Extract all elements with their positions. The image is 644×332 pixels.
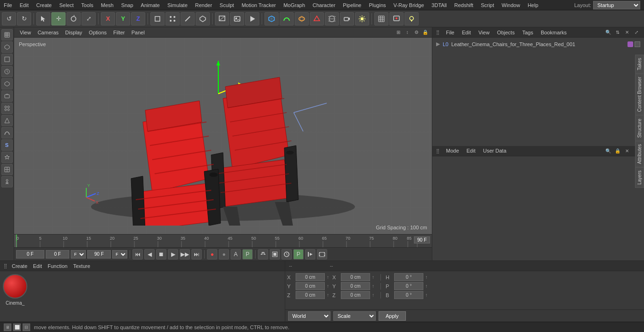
- menu-plugins[interactable]: Plugins: [365, 1, 389, 9]
- mat-menu-function[interactable]: Function: [45, 263, 70, 269]
- mat-menu-create[interactable]: Create: [9, 263, 30, 269]
- anim-current-frame[interactable]: [46, 250, 69, 259]
- anim-stop-btn[interactable]: ⏹: [156, 249, 166, 259]
- attr-menu-userdata[interactable]: User Data: [480, 147, 510, 154]
- anim-last-btn[interactable]: ⏭: [191, 249, 202, 259]
- menu-animate[interactable]: Animate: [137, 1, 164, 9]
- coords-y-stepper[interactable]: ↑: [327, 283, 330, 289]
- menu-mesh[interactable]: Mesh: [97, 1, 117, 9]
- menu-3dtall[interactable]: 3DTAll: [428, 1, 450, 9]
- cube-button[interactable]: [264, 12, 279, 25]
- layout-dropdown[interactable]: Startup: [593, 1, 640, 9]
- object-visibility-toggle[interactable]: [635, 41, 640, 47]
- apply-button[interactable]: Apply: [379, 311, 406, 321]
- light-button[interactable]: [355, 12, 369, 25]
- attr-menu-mode[interactable]: Mode: [443, 147, 462, 154]
- sidebar-btn-star[interactable]: [1, 152, 13, 163]
- coords-p-val[interactable]: [394, 282, 423, 290]
- attr-close-btn[interactable]: ✕: [623, 147, 631, 154]
- y-axis-button[interactable]: Y: [116, 12, 130, 25]
- object-item-1[interactable]: ▶ L0 Leather_Cinema_Chairs_for_Three_Pla…: [434, 40, 642, 49]
- sidebar-btn-5[interactable]: [1, 78, 13, 89]
- coords-y2-pos[interactable]: [341, 282, 370, 290]
- objects-close-btn[interactable]: ✕: [623, 29, 631, 36]
- sidebar-btn-triangle[interactable]: [1, 115, 13, 126]
- anim-prev-btn[interactable]: ◀: [144, 249, 155, 259]
- render-button[interactable]: [245, 12, 259, 25]
- coords-b-val[interactable]: [394, 291, 423, 299]
- polygon-mode-button[interactable]: [196, 12, 210, 25]
- anim-tool4-btn[interactable]: P: [293, 249, 304, 259]
- menu-pipeline[interactable]: Pipeline: [339, 1, 365, 9]
- coords-z-stepper[interactable]: ↑: [327, 292, 330, 298]
- coords-y-pos[interactable]: [296, 282, 325, 290]
- side-tab-content-browser[interactable]: Content Browser: [635, 73, 644, 115]
- menu-sculpt[interactable]: Sculpt: [216, 1, 238, 9]
- objects-menu-view[interactable]: View: [476, 29, 493, 36]
- anim-preview-btn[interactable]: P: [242, 249, 253, 259]
- environment-button[interactable]: [325, 12, 339, 25]
- menu-window[interactable]: Window: [498, 1, 524, 9]
- sidebar-btn-1[interactable]: [1, 29, 13, 40]
- menu-motion-tracker[interactable]: Motion Tracker: [238, 1, 280, 9]
- menu-mograph[interactable]: MoGraph: [280, 1, 309, 9]
- anim-fps-select2[interactable]: F: [112, 250, 127, 259]
- grid-button[interactable]: [374, 12, 388, 25]
- menu-script[interactable]: Script: [477, 1, 498, 9]
- sidebar-btn-grid2[interactable]: [1, 164, 13, 175]
- menu-render[interactable]: Render: [191, 1, 216, 9]
- anim-record-btn[interactable]: ●: [207, 249, 217, 259]
- coords-h-val[interactable]: [394, 273, 423, 281]
- coords-h-stepper[interactable]: ↑: [425, 275, 429, 280]
- anim-record2-btn[interactable]: ●: [219, 249, 229, 259]
- 3d-viewport[interactable]: Perspective: [14, 38, 432, 234]
- anim-tool1-btn[interactable]: [258, 249, 268, 259]
- sidebar-btn-4[interactable]: [1, 66, 13, 77]
- deformer-button[interactable]: [310, 12, 324, 25]
- viewport-record-button[interactable]: [389, 12, 404, 25]
- light-enable-button[interactable]: [405, 12, 419, 25]
- objects-menu-tags[interactable]: Tags: [520, 29, 536, 36]
- mat-menu-texture[interactable]: Texture: [70, 263, 93, 269]
- coords-z2-stepper[interactable]: ↑: [372, 292, 376, 298]
- anim-film-btn[interactable]: [317, 249, 327, 259]
- menu-file[interactable]: File: [0, 1, 16, 9]
- world-dropdown[interactable]: World: [288, 311, 330, 321]
- vp-icon-expand[interactable]: ⊞: [395, 29, 402, 36]
- anim-first-btn[interactable]: ⏮: [132, 249, 143, 259]
- vp-menu-options[interactable]: Options: [86, 29, 109, 36]
- sidebar-btn-anchor[interactable]: [1, 176, 13, 187]
- nurbs-button[interactable]: [295, 12, 309, 25]
- vp-menu-filter[interactable]: Filter: [110, 29, 127, 36]
- objects-menu-file[interactable]: File: [443, 29, 457, 36]
- coords-z2-pos[interactable]: [341, 291, 370, 299]
- side-tab-structure[interactable]: Structure: [635, 115, 644, 141]
- menu-help[interactable]: Help: [524, 1, 542, 9]
- anim-auto-btn[interactable]: A: [231, 249, 241, 259]
- vp-icon-settings[interactable]: ⚙: [413, 29, 420, 36]
- menu-redshift[interactable]: Redshift: [451, 1, 477, 9]
- menu-edit[interactable]: Edit: [16, 1, 33, 9]
- coords-b-stepper[interactable]: ↑: [425, 292, 429, 298]
- coords-p-stepper[interactable]: ↑: [425, 283, 429, 289]
- x-axis-button[interactable]: X: [101, 12, 115, 25]
- objects-menu-edit[interactable]: Edit: [459, 29, 474, 36]
- scale-dropdown[interactable]: Scale: [333, 311, 376, 321]
- menu-snap[interactable]: Snap: [117, 1, 137, 9]
- redo-button[interactable]: ↻: [17, 12, 31, 25]
- object-color-swatch[interactable]: [627, 41, 633, 47]
- coords-x2-pos[interactable]: [341, 273, 370, 281]
- spline-button[interactable]: [280, 12, 294, 25]
- coords-x-stepper[interactable]: ↑: [327, 275, 330, 280]
- coords-y2-stepper[interactable]: ↑: [372, 283, 376, 289]
- sidebar-btn-s[interactable]: S: [1, 139, 13, 151]
- side-tab-attributes[interactable]: Attributes: [635, 141, 644, 167]
- camera-button[interactable]: [340, 12, 354, 25]
- objects-expand-btn[interactable]: ⤢: [633, 29, 640, 36]
- menu-create[interactable]: Create: [33, 1, 56, 9]
- coords-x-pos[interactable]: [296, 273, 325, 281]
- anim-tool3-btn[interactable]: [281, 249, 292, 259]
- menu-character[interactable]: Character: [309, 1, 339, 9]
- vp-icon-lock[interactable]: 🔒: [421, 29, 429, 36]
- render-picture-viewer-button[interactable]: [230, 12, 244, 25]
